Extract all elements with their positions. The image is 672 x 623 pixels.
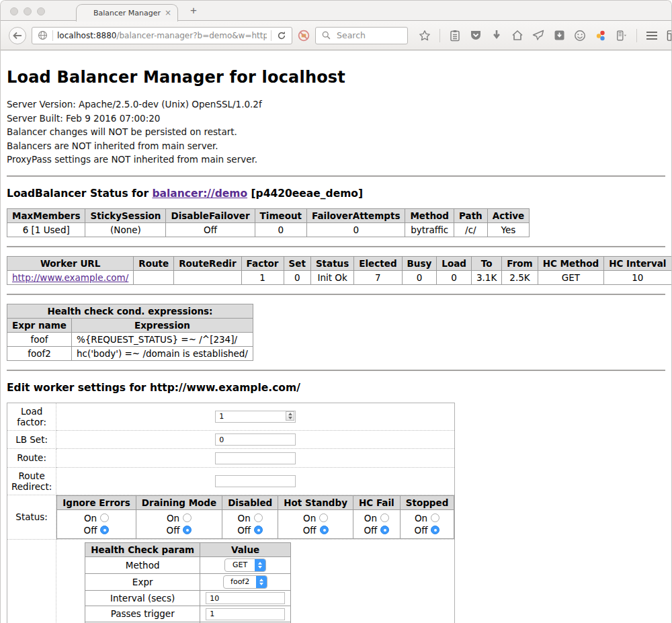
cell-load: 0: [437, 270, 472, 284]
menu-hamburger-icon[interactable]: [646, 30, 658, 42]
feedback-smiley-icon[interactable]: [574, 30, 586, 42]
lb-set-input[interactable]: [215, 433, 296, 446]
table-title-row: Health check cond. expressions:: [7, 304, 253, 318]
select-stepper-icon: [256, 575, 267, 589]
health-check-label-cell: [7, 539, 56, 623]
col-to: To: [471, 256, 501, 270]
cell-expression: hc('body') =~ /domain is established/: [71, 346, 253, 360]
globe-icon: [36, 30, 48, 42]
tab-balancer-manager[interactable]: Balancer Manager ×: [76, 4, 178, 22]
col-method: Method: [405, 208, 454, 222]
load-factor-label: Load factor:: [7, 403, 56, 430]
send-icon[interactable]: [532, 30, 544, 42]
save-to-device-icon[interactable]: [553, 30, 565, 42]
col-from: From: [502, 256, 538, 270]
table-header-row: Worker URL Route RouteRedir Factor Set S…: [7, 256, 672, 270]
hc-expr-value: foof2: [224, 577, 256, 586]
cell-from: 2.5K: [502, 270, 538, 284]
radio-hot-standby-on[interactable]: [319, 513, 328, 522]
heading-suffix: [p4420eeae_demo]: [247, 188, 363, 200]
col-route: Route: [134, 256, 174, 270]
hc-expr-select[interactable]: foof2: [223, 575, 267, 589]
divider: [7, 370, 665, 371]
radio-draining-mode-off[interactable]: [183, 526, 192, 534]
radio-hc-fail-off[interactable]: [380, 526, 389, 534]
status-row: Status: Ignore Errors Draining Mode Disa…: [7, 495, 455, 539]
hc-expr-row: Expr foof2: [85, 573, 291, 590]
col-disabled: Disabled: [222, 495, 278, 509]
cell-elected: 7: [354, 270, 402, 284]
radio-ignore-errors-on[interactable]: [100, 513, 109, 522]
load-factor-input[interactable]: [215, 411, 296, 423]
col-status: Status: [310, 256, 353, 270]
load-factor-field-wrap: [215, 410, 296, 423]
cell-hc-interval: 10: [604, 270, 671, 284]
radio-disabled-off[interactable]: [254, 526, 263, 534]
table-header-row: MaxMembers StickySession DisableFailover…: [7, 208, 530, 222]
balancer-demo-link[interactable]: balancer://demo: [152, 188, 247, 200]
worker-row: http://www.example.com/ 1 0 Init Ok 7 0 …: [7, 270, 672, 284]
hc-passes-input[interactable]: [206, 608, 285, 620]
load-factor-row: Load factor:: [7, 403, 455, 430]
radio-stopped-off[interactable]: [431, 526, 439, 534]
cell-hc-method: GET: [538, 270, 604, 284]
table-row: 6 [1 Used] (None) Off 0 0 bytraffic /c/ …: [7, 222, 530, 237]
hc-passes-label: Passes trigger: [85, 606, 200, 622]
route-input[interactable]: [215, 452, 296, 464]
on-label: On: [238, 513, 251, 524]
cell-method: bytraffic: [405, 222, 454, 237]
tab-close-icon[interactable]: ×: [165, 8, 171, 17]
search-input[interactable]: [335, 30, 403, 41]
reading-list-icon[interactable]: [449, 30, 461, 42]
reload-icon[interactable]: [276, 30, 288, 42]
radio-ignore-errors-off[interactable]: [100, 526, 109, 534]
device-sync-icon[interactable]: [616, 30, 628, 42]
pocket-icon[interactable]: [470, 30, 482, 42]
col-stopped: Stopped: [400, 495, 454, 509]
close-window-button[interactable]: [10, 7, 18, 15]
radio-hc-fail-on[interactable]: [380, 513, 389, 522]
col-worker-url: Worker URL: [7, 256, 134, 270]
hc-expr-label: Expr: [85, 573, 200, 590]
hc-method-select[interactable]: GET: [224, 558, 266, 572]
bookmark-star-icon[interactable]: [419, 30, 431, 42]
hc-interval-input[interactable]: [206, 592, 285, 604]
col-expression: Expression: [71, 318, 253, 332]
zoom-window-button[interactable]: [37, 7, 45, 15]
new-tab-button[interactable]: +: [186, 3, 201, 18]
extension-colordots-icon[interactable]: [595, 30, 607, 42]
radio-draining-mode-on[interactable]: [183, 513, 192, 522]
col-path: Path: [454, 208, 488, 222]
url-host: localhost:8880: [57, 31, 116, 40]
divider: [7, 294, 665, 295]
route-redirect-input[interactable]: [215, 475, 296, 487]
hc-method-label: Method: [85, 556, 200, 573]
search-box[interactable]: [315, 27, 408, 44]
minimize-window-button[interactable]: [24, 7, 32, 15]
col-failoverattempts: FailoverAttempts: [307, 208, 405, 222]
cell-set: 0: [284, 270, 310, 284]
persist-warning-line: Balancer changes will NOT be persisted o…: [7, 125, 665, 139]
col-hc-interval: HC Interval: [604, 256, 671, 270]
tab-groups-icon[interactable]: [667, 30, 672, 42]
blocked-content-icon[interactable]: [298, 30, 310, 42]
radio-hot-standby-off[interactable]: [320, 526, 329, 534]
url-bar[interactable]: localhost:8880/balancer-manager?b=demo&w…: [32, 27, 292, 44]
status-header-row: Ignore Errors Draining Mode Disabled Hot…: [57, 495, 454, 509]
download-icon[interactable]: [491, 30, 503, 42]
heading-prefix: LoadBalancer Status for: [7, 188, 152, 200]
health-check-row: Health Check param Value Method GET: [7, 539, 455, 623]
lb-set-row: LB Set:: [7, 430, 455, 449]
home-icon[interactable]: [511, 30, 523, 42]
hc-interval-label: Interval (secs): [85, 590, 200, 606]
url-text[interactable]: localhost:8880/balancer-manager?b=demo&w…: [57, 31, 267, 40]
radio-disabled-on[interactable]: [254, 513, 263, 522]
number-spinner-icon[interactable]: [286, 411, 294, 421]
worker-url-link[interactable]: http://www.example.com/: [12, 272, 128, 283]
cell-expr-name: foof: [7, 332, 72, 346]
back-button[interactable]: [9, 27, 26, 44]
radio-stopped-on[interactable]: [431, 513, 439, 522]
cell-busy: 0: [402, 270, 437, 284]
back-arrow-icon: [13, 32, 22, 40]
hc-header-row: Health Check param Value: [85, 542, 291, 556]
